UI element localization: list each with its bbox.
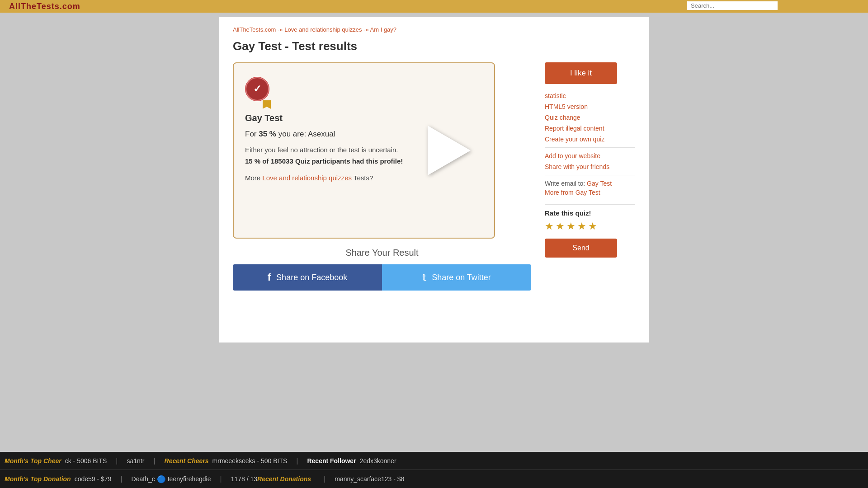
- ticker-recent-cheers-value: mrmeeekseeks - 500 BITS: [212, 457, 288, 465]
- sidebar-links-section1: statistic HTML5 version Quiz change Repo…: [545, 92, 635, 143]
- rate-title: Rate this quiz!: [545, 209, 635, 217]
- write-email-label: Write email to: Gay Test: [545, 180, 635, 187]
- ticker-sep6: |: [324, 475, 326, 483]
- sidebar-links-section2: Add to your website Share with your frie…: [545, 152, 635, 170]
- link-create[interactable]: Create your own quiz: [545, 136, 635, 143]
- main-layout: ✓ Gay Test For 35 % you are: Asexual Eit…: [233, 62, 635, 291]
- facebook-icon: f: [268, 272, 271, 283]
- main-wrapper: AllTheTests.com -» Love and relationship…: [0, 13, 868, 343]
- star-3[interactable]: ★: [566, 221, 576, 232]
- search-input[interactable]: [687, 1, 778, 10]
- write-email-link[interactable]: Gay Test: [587, 180, 612, 187]
- link-share-friends[interactable]: Share with your friends: [545, 163, 635, 170]
- content-box: AllTheTests.com -» Love and relationship…: [219, 17, 649, 343]
- ticker-manny: manny_scarface123 - $8: [335, 475, 404, 483]
- result-value: Asexual: [308, 130, 335, 138]
- write-email-prefix: Write email to:: [545, 180, 587, 187]
- play-triangle-icon: [428, 126, 471, 175]
- star-2[interactable]: ★: [556, 221, 565, 232]
- star-4[interactable]: ★: [577, 221, 586, 232]
- ticker-top-donation-value: code59 - $79: [75, 475, 112, 483]
- medal-badge: ✓: [245, 77, 272, 108]
- share-title: Share Your Result: [233, 248, 531, 258]
- twitter-icon: 𝕥: [422, 272, 426, 283]
- quiz-name-label: Gay Test: [245, 113, 483, 123]
- link-add-website[interactable]: Add to your website: [545, 152, 635, 160]
- breadcrumb-sep1: -»: [278, 26, 284, 33]
- ticker-sep1: |: [116, 457, 118, 465]
- ticker-sep4: |: [120, 475, 122, 483]
- result-prefix: For: [245, 130, 259, 138]
- twitter-share-button[interactable]: 𝕥 Share on Twitter: [382, 264, 531, 291]
- love-quizzes-link[interactable]: Love and relationship quizzes: [262, 174, 352, 182]
- ticker-teeny: teenyfirehegdie: [168, 475, 211, 483]
- ticker-sep5: |: [220, 475, 222, 483]
- ticker-sep3: |: [296, 457, 298, 465]
- ticker-label-recent-cheers: Recent Cheers: [165, 457, 209, 465]
- ticker-sep2: |: [153, 457, 155, 465]
- link-quiz-change[interactable]: Quiz change: [545, 114, 635, 121]
- like-button[interactable]: I like it: [545, 62, 617, 84]
- checkmark-icon: ✓: [253, 83, 261, 95]
- share-buttons: f Share on Facebook 𝕥 Share on Twitter: [233, 264, 531, 291]
- result-card: ✓ Gay Test For 35 % you are: Asexual Eit…: [233, 62, 495, 239]
- breadcrumb-home[interactable]: AllTheTests.com: [233, 26, 276, 33]
- ticker-count: 1178 / 13: [231, 475, 257, 483]
- sidebar-divider2: [545, 175, 635, 175]
- ticker-row-1: Month's Top Cheer ck - 5006 BITS | sa1nt…: [0, 452, 868, 470]
- ticker-label-recent-donations: Recent Donations: [257, 475, 311, 483]
- more-suffix: Tests?: [352, 174, 373, 182]
- facebook-share-button[interactable]: f Share on Facebook: [233, 264, 382, 291]
- left-column: ✓ Gay Test For 35 % you are: Asexual Eit…: [233, 62, 531, 291]
- ticker-sa1ntr: sa1ntr: [127, 457, 144, 465]
- ticker-label-top-cheer: Month's Top Cheer: [5, 457, 61, 465]
- ticker-recent-follower-value: 2edx3konner: [360, 457, 396, 465]
- link-html5[interactable]: HTML5 version: [545, 103, 635, 110]
- send-button[interactable]: Send: [545, 239, 617, 258]
- link-statistic[interactable]: statistic: [545, 92, 635, 99]
- share-section: Share Your Result f Share on Facebook 𝕥 …: [233, 248, 531, 291]
- page-title: Gay Test - Test results: [233, 39, 635, 53]
- ticker-row-2: Month's Top Donation code59 - $79 | Deat…: [0, 470, 868, 488]
- twitter-label: Share on Twitter: [432, 273, 491, 282]
- result-mid: you are:: [276, 130, 308, 138]
- top-bar: AllTheTests.com: [0, 0, 868, 13]
- facebook-label: Share on Facebook: [276, 273, 347, 282]
- star-1[interactable]: ★: [545, 221, 554, 232]
- ticker-death-c: Death_c: [132, 475, 155, 483]
- ticker-emoji: 🔵: [157, 475, 166, 483]
- sidebar: I like it statistic HTML5 version Quiz c…: [545, 62, 635, 291]
- medal-circle: ✓: [245, 77, 269, 101]
- more-prefix: More: [245, 174, 262, 182]
- more-from-link[interactable]: More from Gay Test: [545, 189, 635, 196]
- breadcrumb: AllTheTests.com -» Love and relationship…: [233, 26, 635, 33]
- link-report[interactable]: Report illegal content: [545, 125, 635, 132]
- result-pct: 35 %: [259, 130, 276, 138]
- breadcrumb-love-quizzes[interactable]: Love and relationship quizzes: [284, 26, 362, 33]
- play-button[interactable]: [426, 126, 472, 175]
- badge-container: ✓: [245, 77, 483, 108]
- star-rating[interactable]: ★ ★ ★ ★ ★: [545, 221, 635, 232]
- ticker-container: Month's Top Cheer ck - 5006 BITS | sa1nt…: [0, 452, 868, 488]
- sidebar-divider3: [545, 204, 635, 205]
- ticker-label-top-donation: Month's Top Donation: [5, 475, 71, 483]
- breadcrumb-current: Am I gay?: [370, 26, 397, 33]
- site-logo: AllTheTests.com: [9, 2, 80, 11]
- ticker-top-cheer-value: ck - 5006 BITS: [65, 457, 107, 465]
- sidebar-divider1: [545, 147, 635, 148]
- breadcrumb-sep2: -»: [363, 26, 370, 33]
- medal-ribbon: [263, 100, 271, 110]
- star-5[interactable]: ★: [588, 221, 597, 232]
- ticker-label-recent-follower: Recent Follower: [307, 457, 356, 465]
